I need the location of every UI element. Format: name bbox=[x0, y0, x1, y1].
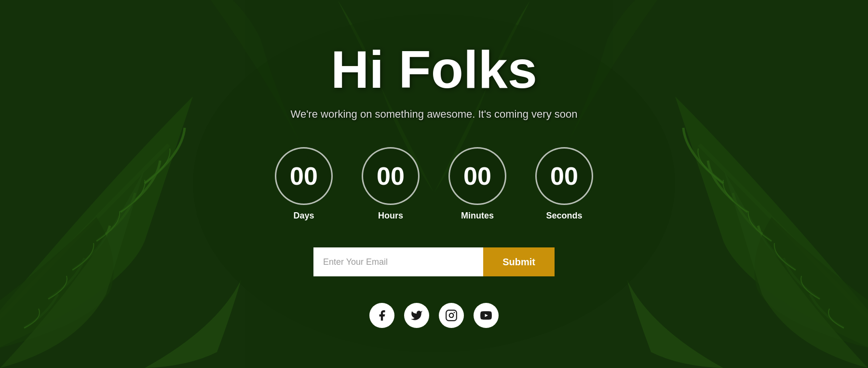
facebook-social-button[interactable] bbox=[369, 303, 394, 328]
background: Hi Folks We're working on something awes… bbox=[0, 0, 868, 368]
countdown-minutes-value: 00 bbox=[463, 164, 491, 189]
countdown-days-value: 00 bbox=[290, 164, 318, 189]
twitter-social-button[interactable] bbox=[404, 303, 429, 328]
email-input[interactable] bbox=[313, 247, 483, 276]
countdown-days: 00 Days bbox=[275, 147, 333, 221]
countdown-hours-label: Hours bbox=[378, 211, 403, 221]
youtube-social-button[interactable] bbox=[474, 303, 499, 328]
countdown-minutes: 00 Minutes bbox=[448, 147, 506, 221]
countdown-seconds: 00 Seconds bbox=[535, 147, 593, 221]
main-content: Hi Folks We're working on something awes… bbox=[0, 40, 868, 328]
countdown-hours: 00 Hours bbox=[362, 147, 420, 221]
countdown-seconds-label: Seconds bbox=[546, 211, 582, 221]
youtube-icon bbox=[480, 309, 492, 322]
page-subtitle: We're working on something awesome. It's… bbox=[291, 108, 578, 121]
countdown-hours-value: 00 bbox=[377, 164, 405, 189]
countdown-days-label: Days bbox=[293, 211, 314, 221]
facebook-icon bbox=[376, 309, 388, 322]
countdown-seconds-value: 00 bbox=[550, 164, 578, 189]
page-title: Hi Folks bbox=[331, 40, 537, 98]
countdown-timer: 00 Days 00 Hours 00 Minutes bbox=[275, 147, 593, 221]
countdown-hours-circle: 00 bbox=[362, 147, 420, 205]
twitter-icon bbox=[410, 309, 423, 322]
submit-button[interactable]: Submit bbox=[483, 247, 555, 276]
countdown-days-circle: 00 bbox=[275, 147, 333, 205]
countdown-seconds-circle: 00 bbox=[535, 147, 593, 205]
svg-rect-3 bbox=[446, 310, 457, 321]
countdown-minutes-label: Minutes bbox=[461, 211, 494, 221]
instagram-icon bbox=[445, 309, 458, 322]
countdown-minutes-circle: 00 bbox=[448, 147, 506, 205]
social-links bbox=[369, 303, 499, 328]
email-form: Submit bbox=[313, 247, 555, 276]
instagram-social-button[interactable] bbox=[439, 303, 464, 328]
